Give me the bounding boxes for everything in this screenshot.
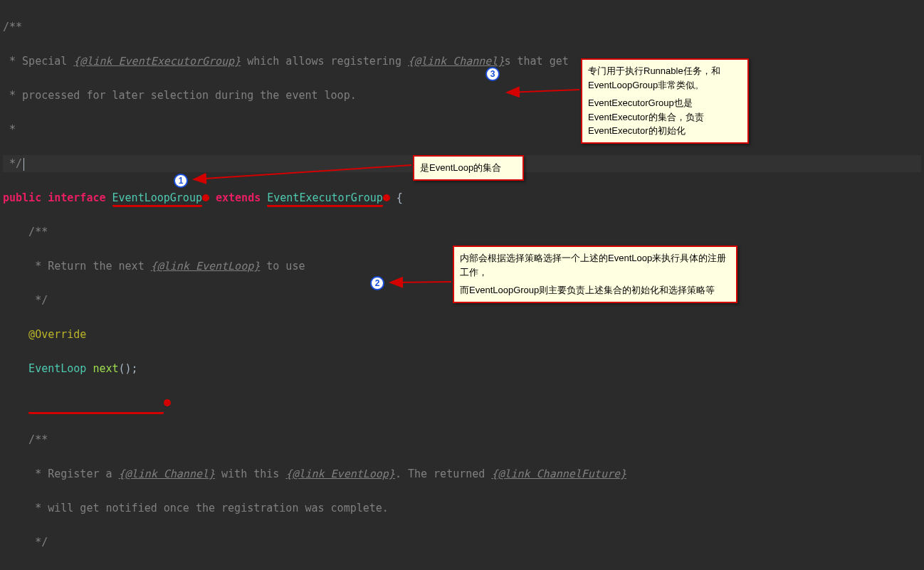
javadoc-line: * processed for later selection during t… xyxy=(3,89,357,102)
javadoc-line: * Return the next {@link EventLoop} to u… xyxy=(3,260,305,273)
badge-3: 3 xyxy=(485,67,500,81)
annotation-callout-3: 专门用于执行Runnable任务，和EventLoopGroup非常类似。 Ev… xyxy=(581,58,749,144)
interface-declaration: public interface EventLoopGroup extends … xyxy=(3,189,921,206)
text-caret xyxy=(23,158,24,171)
javadoc-close: */ xyxy=(3,157,22,170)
badge-1: 1 xyxy=(174,174,188,188)
javadoc-open: /** xyxy=(3,21,22,33)
javadoc-line: * will get notified once the registratio… xyxy=(3,502,389,514)
javadoc-line: * Special {@link EventExecutorGroup} whi… xyxy=(3,55,569,68)
annotation-callout-2: 内部会根据选择策略选择一个上述的EventLoop来执行具体的注册工作， 而Ev… xyxy=(453,246,737,303)
javadoc-line: * Register a {@link Channel} with this {… xyxy=(3,468,626,480)
badge-2: 2 xyxy=(370,276,384,290)
javadoc-close: */ xyxy=(3,536,48,549)
javadoc-line: * xyxy=(3,123,16,136)
annotation-callout-1: 是EventLoop的集合 xyxy=(413,155,524,181)
underline-row xyxy=(3,394,921,414)
override-annotation: @Override xyxy=(3,328,86,341)
javadoc-open: /** xyxy=(3,433,48,446)
method-next: EventLoop next(); xyxy=(3,360,921,377)
javadoc-open: /** xyxy=(3,226,48,238)
javadoc-close: */ xyxy=(3,294,48,307)
